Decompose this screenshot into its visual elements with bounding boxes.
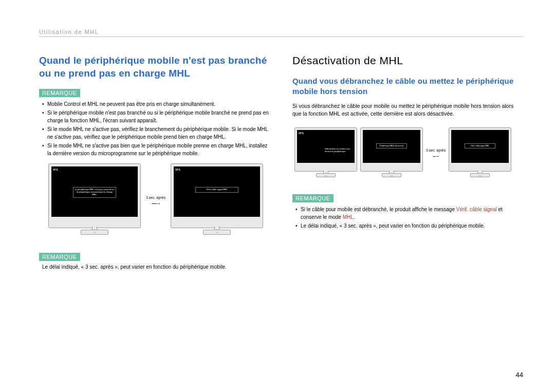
list-item: Le délai indiqué, « 3 sec. après », peut…	[295, 222, 523, 230]
header-divider	[39, 36, 523, 37]
text-highlight: MHL	[343, 214, 354, 220]
text-fragment: Si le câble pour mobile est débranché, l…	[301, 207, 456, 212]
remarque-tag: REMARQUE	[39, 253, 80, 261]
screen-message: Vérif. câble signal MHL	[195, 187, 238, 193]
screen-message: Le périphérique MHL n'est pas connecté o…	[73, 187, 116, 197]
screen-tag: MHL	[53, 168, 59, 171]
text-highlight: Vérif. câble signal	[456, 207, 497, 212]
transition-label: 3 sec. après ---→	[426, 148, 446, 159]
screen-message: Périphérique MHL déconnecté	[376, 143, 407, 148]
transition-label: 3 sec. après ------→	[146, 196, 165, 206]
remarque-tag: REMARQUE	[292, 194, 334, 202]
monitor-illustration-1: MHL Le périphérique MHL n'est pas connec…	[48, 163, 141, 228]
left-figure: MHL Le périphérique MHL n'est pas connec…	[48, 163, 270, 238]
list-item: Si le câble pour mobile est débranché, l…	[295, 206, 523, 221]
page-number: 44	[516, 371, 523, 379]
right-figure: MHL Débranchez ou mettez hors tension le…	[294, 127, 523, 180]
screen-caption: Débranchez ou mettez hors tension le pér…	[325, 147, 350, 153]
right-heading-main: Désactivation de MHL	[292, 54, 523, 67]
monitor-illustration-1: MHL Débranchez ou mettez hors tension le…	[294, 127, 357, 172]
list-item: Si le mode MHL ne s'active pas bien que …	[42, 142, 270, 157]
breadcrumb: Utilisation de MHL	[39, 29, 523, 35]
remarque-tag: REMARQUE	[39, 89, 80, 97]
monitor-illustration-2: MHL Vérif. câble signal MHL	[171, 163, 263, 228]
arrow-right-icon: ------→	[152, 200, 160, 206]
monitor-illustration-3: Vérif. câble signal MHL	[449, 127, 511, 172]
left-bullet-list: Mobile Control et MHL ne peuvent pas êtr…	[39, 100, 270, 157]
left-column: Quand le périphérique mobile n'est pas b…	[39, 54, 270, 270]
left-heading: Quand le périphérique mobile n'est pas b…	[39, 54, 270, 80]
right-bullet-list: Si le câble pour mobile est débranché, l…	[292, 206, 523, 230]
list-item: Si le périphérique mobile n'est pas bran…	[42, 109, 270, 124]
delay-text: 3 sec. après	[146, 196, 165, 199]
text-fragment: .	[354, 214, 355, 220]
list-item: Mobile Control et MHL ne peuvent pas êtr…	[42, 100, 270, 108]
right-column: Désactivation de MHL Quand vous débranch…	[292, 54, 523, 270]
screen-tag: MHL	[299, 132, 304, 135]
left-note-2: Le délai indiqué, « 3 sec. après », peut…	[39, 264, 270, 270]
screen-message: Vérif. câble signal MHL	[465, 143, 495, 148]
screen-tag: MHL	[175, 168, 181, 171]
right-paragraph: Si vous débranchez le câble pour mobile …	[292, 102, 523, 119]
monitor-illustration-2: Périphérique MHL déconnecté	[360, 127, 423, 172]
list-item: Si le mode MHL ne s'active pas, vérifiez…	[42, 125, 270, 141]
delay-text: 3 sec. après	[426, 148, 446, 152]
arrow-right-icon: ---→	[433, 153, 439, 159]
right-subheading: Quand vous débranchez le câble ou mettez…	[292, 76, 523, 97]
